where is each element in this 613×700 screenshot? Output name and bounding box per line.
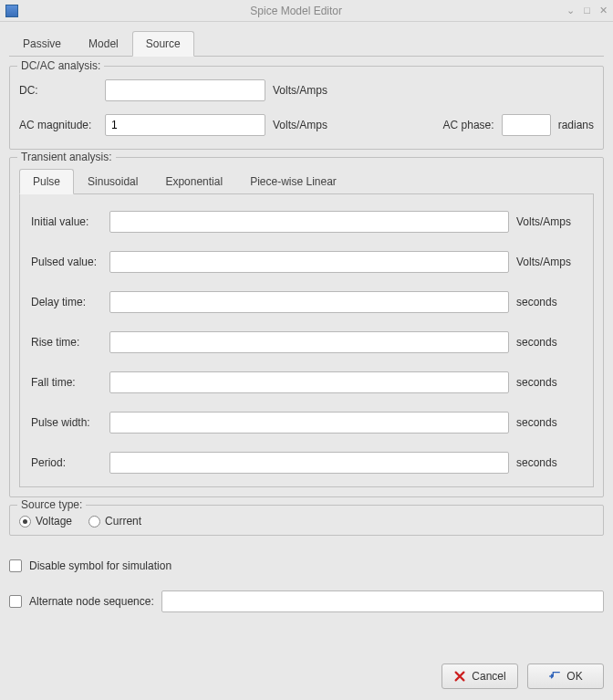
period-unit: seconds xyxy=(516,456,582,469)
tab-exponential[interactable]: Exponential xyxy=(151,169,236,193)
fall-time-input[interactable] xyxy=(109,371,509,393)
source-type-legend: Source type: xyxy=(17,498,86,511)
initial-value-input[interactable] xyxy=(109,211,509,233)
tab-model[interactable]: Model xyxy=(75,31,132,56)
dc-input[interactable] xyxy=(105,79,265,101)
transient-fieldset: Transient analysis: Pulse Sinusoidal Exp… xyxy=(9,157,604,497)
delay-time-label: Delay time: xyxy=(31,296,102,308)
alt-node-label: Alternate node sequence: xyxy=(29,595,154,608)
source-type-fieldset: Source type: Voltage Current xyxy=(9,505,604,536)
initial-value-unit: Volts/Amps xyxy=(516,215,582,228)
acphase-input[interactable] xyxy=(502,114,551,136)
acmag-unit: Volts/Amps xyxy=(273,119,327,131)
ok-icon xyxy=(548,670,561,683)
delay-time-unit: seconds xyxy=(516,296,582,308)
ok-button[interactable]: OK xyxy=(527,663,604,689)
titlebar: Spice Model Editor ⌄ □ ✕ xyxy=(0,0,613,22)
period-label: Period: xyxy=(31,456,102,469)
tab-panel-source: DC/AC analysis: DC: Volts/Amps AC magnit… xyxy=(9,57,604,543)
dc-label: DC: xyxy=(19,84,98,97)
disable-symbol-checkbox[interactable] xyxy=(9,559,22,572)
alt-node-input[interactable] xyxy=(161,590,604,612)
cancel-button-label: Cancel xyxy=(472,670,505,683)
cancel-icon xyxy=(453,670,466,683)
pulse-width-label: Pulse width: xyxy=(31,416,102,429)
rise-time-input[interactable] xyxy=(109,331,509,353)
window-close-icon[interactable]: ✕ xyxy=(599,5,608,16)
radio-current[interactable]: Current xyxy=(88,515,141,528)
pulse-width-input[interactable] xyxy=(109,412,509,434)
dc-unit: Volts/Amps xyxy=(273,84,327,97)
acphase-label: AC phase: xyxy=(443,119,494,131)
tab-sinusoidal[interactable]: Sinusoidal xyxy=(74,169,151,193)
transient-tabs: Pulse Sinusoidal Exponential Piece-wise … xyxy=(19,169,594,194)
fall-time-label: Fall time: xyxy=(31,376,102,389)
tab-pulse[interactable]: Pulse xyxy=(19,169,74,194)
cancel-button[interactable]: Cancel xyxy=(442,663,518,689)
disable-symbol-label: Disable symbol for simulation xyxy=(29,559,171,572)
tab-piecewise-linear[interactable]: Piece-wise Linear xyxy=(236,169,350,193)
delay-time-input[interactable] xyxy=(109,291,509,313)
radio-voltage[interactable]: Voltage xyxy=(19,515,72,528)
period-input[interactable] xyxy=(109,452,509,474)
fall-time-unit: seconds xyxy=(516,376,582,389)
acphase-unit: radians xyxy=(558,119,594,131)
alt-node-checkbox[interactable] xyxy=(9,595,22,608)
radio-voltage-label: Voltage xyxy=(36,515,72,528)
rise-time-label: Rise time: xyxy=(31,336,102,349)
dcac-legend: DC/AC analysis: xyxy=(17,59,104,72)
tab-source[interactable]: Source xyxy=(132,31,194,57)
ok-button-label: OK xyxy=(566,670,582,683)
radio-icon xyxy=(88,516,100,528)
transient-legend: Transient analysis: xyxy=(17,151,116,163)
pulsed-value-label: Pulsed value: xyxy=(31,256,102,268)
pulsed-value-unit: Volts/Amps xyxy=(516,256,582,268)
window-title: Spice Model Editor xyxy=(26,5,566,17)
pulse-panel: Initial value: Volts/Amps Pulsed value: … xyxy=(19,194,594,487)
pulse-width-unit: seconds xyxy=(516,416,582,429)
window-maximize-icon[interactable]: □ xyxy=(584,5,590,16)
pulsed-value-input[interactable] xyxy=(109,251,509,273)
tab-passive[interactable]: Passive xyxy=(9,31,75,56)
window-minimize-icon[interactable]: ⌄ xyxy=(566,5,575,16)
initial-value-label: Initial value: xyxy=(31,215,102,228)
acmag-label: AC magnitude: xyxy=(19,119,98,131)
acmag-input[interactable] xyxy=(105,114,265,136)
main-tabs: Passive Model Source xyxy=(9,31,604,57)
rise-time-unit: seconds xyxy=(516,336,582,349)
radio-icon xyxy=(19,516,31,528)
app-icon xyxy=(5,5,18,17)
dcac-fieldset: DC/AC analysis: DC: Volts/Amps AC magnit… xyxy=(9,66,604,150)
radio-current-label: Current xyxy=(105,515,141,528)
